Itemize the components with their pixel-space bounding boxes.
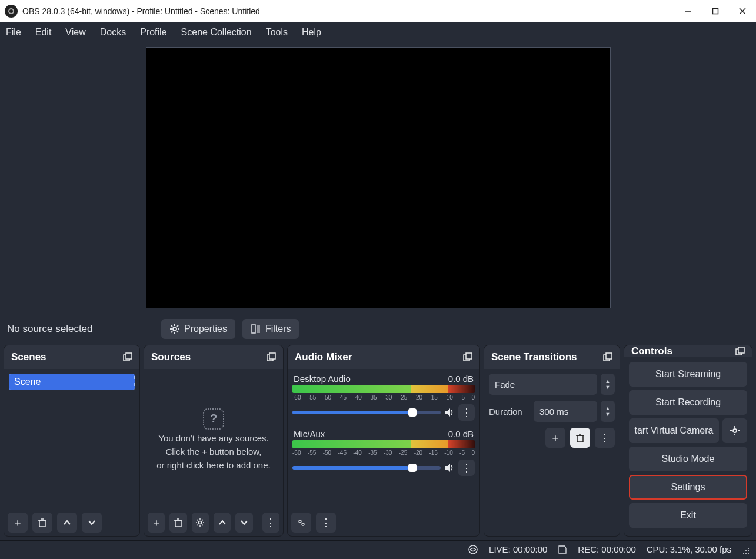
scene-down-button[interactable] — [82, 513, 102, 533]
source-properties-button[interactable] — [192, 513, 209, 533]
start-streaming-button[interactable]: Start Streaming — [629, 362, 747, 387]
duration-spinner[interactable]: ▲▼ — [601, 401, 615, 422]
transition-add-button[interactable]: ＋ — [545, 428, 565, 448]
svg-line-33 — [197, 525, 198, 526]
source-toolbar: No source selected Properties Filters — [0, 313, 756, 345]
chevron-down-icon — [88, 518, 96, 527]
svg-marker-37 — [445, 464, 450, 472]
menu-bar: File Edit View Docks Profile Scene Colle… — [0, 22, 756, 42]
preview-canvas[interactable] — [146, 47, 611, 308]
window-close-button[interactable] — [729, 0, 756, 22]
mixer-channel-name: Desktop Audio — [294, 374, 351, 384]
transition-select[interactable]: Fade — [489, 374, 597, 395]
scene-item[interactable]: Scene — [9, 374, 135, 390]
audio-meter — [292, 385, 475, 393]
source-add-button[interactable]: ＋ — [148, 513, 165, 533]
source-up-button[interactable] — [214, 513, 231, 533]
source-down-button[interactable] — [235, 513, 252, 533]
svg-rect-46 — [738, 347, 744, 353]
window-title: OBS 28.0.3 (64-bit, windows) - Profile: … — [22, 6, 675, 16]
svg-rect-35 — [466, 353, 472, 359]
speaker-icon[interactable] — [444, 462, 455, 473]
scene-up-button[interactable] — [57, 513, 77, 533]
question-icon: ? — [203, 408, 224, 430]
controls-header: Controls — [624, 345, 752, 357]
volume-slider[interactable] — [292, 411, 441, 414]
status-rec: REC: 00:00:00 — [578, 544, 635, 554]
mixer-channel-name: Mic/Aux — [294, 429, 325, 439]
svg-point-53 — [748, 548, 749, 549]
svg-line-11 — [177, 325, 178, 327]
mixer-more-button[interactable]: ⋮ — [316, 513, 336, 533]
scene-add-button[interactable]: ＋ — [8, 513, 28, 533]
menu-file[interactable]: File — [6, 27, 21, 38]
popout-icon[interactable] — [463, 352, 472, 362]
menu-profile[interactable]: Profile — [140, 27, 166, 38]
exit-button[interactable]: Exit — [629, 503, 747, 528]
gear-icon — [195, 518, 205, 527]
window-titlebar: OBS 28.0.3 (64-bit, windows) - Profile: … — [0, 0, 756, 22]
window-minimize-button[interactable] — [675, 0, 702, 22]
svg-rect-22 — [175, 520, 181, 527]
menu-help[interactable]: Help — [302, 27, 321, 38]
svg-point-58 — [748, 553, 749, 554]
mixer-advanced-button[interactable] — [291, 513, 311, 533]
menu-tools[interactable]: Tools — [266, 27, 288, 38]
settings-button[interactable]: Settings — [629, 475, 747, 500]
menu-edit[interactable]: Edit — [35, 27, 52, 38]
svg-point-56 — [743, 553, 744, 554]
svg-rect-14 — [257, 325, 260, 333]
no-source-label: No source selected — [7, 323, 154, 335]
start-virtual-camera-button[interactable]: tart Virtual Camera — [629, 418, 719, 443]
popout-icon[interactable] — [735, 347, 745, 356]
audio-mixer-panel: Audio Mixer Desktop Audio0.0 dB-60-55-50… — [287, 345, 480, 537]
sources-panel: Sources ? You don't have any sources. Cl… — [144, 345, 284, 537]
trash-icon — [575, 433, 585, 442]
studio-mode-button[interactable]: Studio Mode — [629, 447, 747, 471]
svg-rect-17 — [39, 520, 45, 527]
filters-icon — [251, 324, 261, 334]
svg-rect-1 — [713, 9, 718, 14]
virtual-camera-settings-button[interactable] — [722, 418, 747, 443]
gear-icon — [730, 425, 740, 436]
chevron-up-icon — [63, 518, 71, 527]
svg-rect-41 — [606, 353, 612, 359]
svg-point-57 — [745, 553, 747, 554]
svg-point-39 — [302, 523, 304, 525]
trash-icon — [38, 518, 47, 527]
filters-button[interactable]: Filters — [242, 319, 299, 339]
start-recording-button[interactable]: Start Recording — [629, 390, 747, 415]
resize-grip-icon[interactable] — [742, 545, 750, 554]
svg-line-9 — [171, 325, 172, 327]
transition-remove-button[interactable] — [570, 428, 590, 448]
svg-line-10 — [177, 331, 178, 332]
popout-icon[interactable] — [123, 352, 132, 362]
menu-view[interactable]: View — [65, 27, 85, 38]
popout-icon[interactable] — [267, 352, 276, 362]
speaker-icon[interactable] — [444, 407, 455, 418]
channel-more-button[interactable]: ⋮ — [458, 460, 475, 476]
obs-app-icon — [5, 5, 18, 18]
transition-spinner[interactable]: ▲▼ — [601, 374, 615, 395]
window-maximize-button[interactable] — [702, 0, 729, 22]
preview-area — [0, 42, 756, 313]
sources-placeholder-line: You don't have any sources. — [158, 433, 268, 443]
svg-rect-42 — [577, 435, 583, 442]
sources-header: Sources — [144, 345, 283, 369]
volume-slider[interactable] — [292, 466, 441, 470]
scenes-panel: Scenes Scene ＋ — [4, 345, 140, 537]
menu-scene-collection[interactable]: Scene Collection — [181, 27, 252, 38]
svg-point-47 — [733, 429, 737, 432]
channel-more-button[interactable]: ⋮ — [458, 404, 475, 421]
audio-meter — [292, 440, 475, 448]
scene-remove-button[interactable] — [32, 513, 52, 533]
properties-button[interactable]: Properties — [161, 319, 235, 339]
source-remove-button[interactable] — [169, 513, 186, 533]
menu-docks[interactable]: Docks — [100, 27, 126, 38]
duration-input[interactable]: 300 ms — [534, 401, 597, 422]
popout-icon[interactable] — [603, 352, 612, 362]
status-cpu: CPU: 3.1%, 30.00 fps — [647, 544, 731, 554]
svg-line-31 — [202, 525, 204, 526]
source-more-button[interactable]: ⋮ — [262, 513, 279, 533]
transition-more-button[interactable]: ⋮ — [595, 428, 615, 448]
